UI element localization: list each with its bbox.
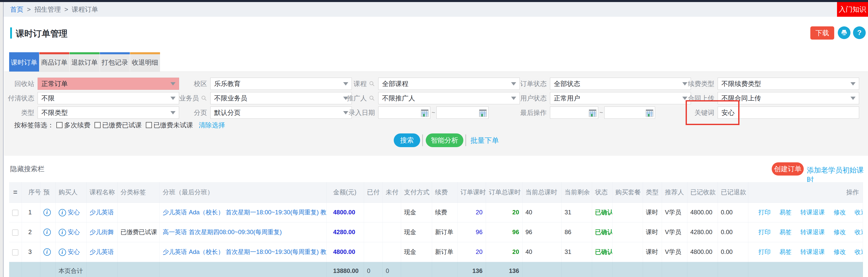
table-row: 3 i i 安心 少儿英语 少儿英语 Ada（校长） 首次星期一18:00~19… [9, 242, 863, 262]
row-tag [117, 202, 159, 222]
row-checkbox[interactable] [12, 210, 18, 216]
entry-date-to-input[interactable] [436, 107, 489, 119]
date-range-tilde: ~ [432, 109, 435, 116]
course-link[interactable]: 少儿英语 [90, 248, 114, 255]
print-link[interactable]: 打印 [758, 209, 771, 216]
search-filter-panel: 回收站 正常订单 校区 乐乐教育 课程 全部课程 订单状态 全部状态 续费类型 [4, 72, 868, 156]
tag-label: 已缴费未试课 [153, 121, 193, 130]
filter-label-renew-type: 续费类型 [688, 79, 714, 88]
col-paid: 已付 [364, 182, 382, 202]
modify-link[interactable]: 修改 [834, 248, 846, 255]
entry-date-from-input[interactable] [378, 107, 430, 119]
transfer-refund-link[interactable]: 转课退课 [800, 229, 825, 235]
add-old-student-link[interactable]: 添加老学员初始课时 [807, 165, 868, 185]
row-current-total: 96 [522, 222, 561, 242]
row-referrer: V学员 [662, 242, 687, 262]
keyword-input[interactable]: 安心 [718, 107, 859, 119]
promoter-select[interactable]: 不限推广人 [378, 92, 520, 104]
renew-type-select[interactable]: 不限续费类型 [718, 78, 859, 90]
calendar-icon [479, 109, 487, 117]
paging-select[interactable]: 默认分页 [210, 107, 352, 119]
smart-analyze-button[interactable]: 智能分析 [426, 133, 463, 147]
contract-select[interactable]: 不限合同上传 [718, 92, 859, 104]
download-button[interactable]: 下载 [810, 26, 834, 40]
chevron-down-icon [343, 82, 348, 85]
salesman-select[interactable]: 不限业务员 [210, 92, 352, 104]
modify-link[interactable]: 修改 [834, 209, 846, 216]
order-status-select[interactable]: 全部状态 [550, 78, 691, 90]
recycle-select[interactable]: 正常订单 [38, 78, 179, 90]
course-link[interactable]: 少儿英语 [90, 209, 114, 216]
sort-icon[interactable]: = [13, 188, 17, 196]
info-icon[interactable]: i [59, 209, 66, 216]
breadcrumb-item-current: 课程订单 [72, 5, 98, 14]
recycle-value: 正常订单 [41, 79, 68, 88]
tag-checkbox-multi-renew[interactable] [56, 122, 62, 128]
chevron-down-icon [850, 82, 856, 85]
course-label-text: 课程 [353, 79, 367, 88]
tag-label: 多次续费 [64, 121, 90, 130]
print-link[interactable]: 打印 [758, 229, 771, 235]
help-button[interactable]: ? [853, 26, 866, 39]
records-link[interactable]: 收退记录 [855, 229, 863, 235]
user-status-select[interactable]: 正常用户 [550, 92, 691, 104]
row-renew: 新订单 [432, 222, 457, 242]
tab-income-refund-detail[interactable]: 收退明细 [130, 52, 160, 72]
records-link[interactable]: 收退记录 [855, 209, 863, 216]
info-icon[interactable]: i [43, 248, 51, 256]
class-link[interactable]: 少儿英语 Ada（校长） 首次星期一18:00~19:30(每周重复) 教室B [163, 209, 327, 216]
class-link[interactable]: 高一英语 首次星期四08:00~09:30(每周重复) [163, 229, 282, 235]
breadcrumb-home-link[interactable]: 首页 [10, 5, 23, 14]
row-checkbox[interactable] [12, 249, 18, 255]
modify-link[interactable]: 修改 [834, 229, 846, 235]
info-icon[interactable]: i [59, 229, 66, 236]
pay-status-value: 不限 [41, 94, 55, 103]
hide-search-bar-link[interactable]: 隐藏搜索栏 [10, 164, 44, 174]
transfer-refund-link[interactable]: 转课退课 [800, 209, 825, 216]
info-icon[interactable]: i [43, 229, 51, 236]
user-status-value: 正常用户 [554, 94, 580, 103]
order-tabs: 课时订单 商品订单 退款订单 打包记录 收退明细 [9, 52, 160, 72]
table-header-row: = 序号 预 购买人 课程名称 分类标签 分班（最后分班） 金额(元) 已付 未… [9, 182, 863, 202]
search-button[interactable]: 搜索 [394, 133, 420, 147]
last-op-to-input[interactable] [604, 107, 655, 119]
pay-status-select[interactable]: 不限 [38, 92, 179, 104]
tab-product-orders[interactable]: 商品订单 [39, 52, 69, 72]
buyer-link[interactable]: 安心 [68, 248, 80, 255]
class-link[interactable]: 少儿英语 Ada（校长） 首次星期一18:00~19:30(每周重复) 教室B [163, 248, 327, 255]
row-checkbox[interactable] [12, 230, 18, 236]
create-order-button[interactable]: 创建订单 [772, 162, 804, 176]
tab-refund-orders[interactable]: 退款订单 [70, 52, 100, 72]
print-link[interactable]: 打印 [758, 248, 771, 255]
print-button[interactable] [838, 26, 850, 39]
info-icon[interactable]: i [59, 249, 66, 256]
esign-link[interactable]: 易签 [779, 209, 792, 216]
records-link[interactable]: 收退记录 [855, 248, 863, 255]
esign-link[interactable]: 易签 [779, 229, 792, 235]
chevron-down-icon [170, 82, 176, 85]
tag-checkbox-paid-untried[interactable] [146, 122, 152, 128]
collapsed-sidebar-edge [0, 2, 4, 277]
row-renew: 续费 [432, 202, 457, 222]
course-link[interactable]: 少儿街舞 [90, 229, 114, 235]
tag-checkbox-paid-tried[interactable] [94, 122, 101, 128]
esign-link[interactable]: 易签 [779, 248, 792, 255]
course-select[interactable]: 全部课程 [378, 78, 520, 90]
intro-knowledge-button[interactable]: 入门知识 [837, 2, 868, 17]
contract-value: 不限合同上传 [721, 94, 761, 103]
col-renew: 续费 [432, 182, 457, 202]
transfer-refund-link[interactable]: 转课退课 [800, 248, 825, 255]
batch-order-link[interactable]: 批量下单 [470, 136, 499, 145]
buyer-link[interactable]: 安心 [68, 229, 80, 235]
campus-select[interactable]: 乐乐教育 [210, 78, 352, 90]
type-select[interactable]: 不限类型 [38, 107, 179, 119]
col-type: 类型 [643, 182, 662, 202]
info-icon[interactable]: i [43, 209, 51, 216]
total-label: 本页合计 [55, 262, 86, 277]
last-op-from-input[interactable] [550, 107, 598, 119]
row-current-total: 40 [522, 202, 561, 222]
clear-selection-link[interactable]: 清除选择 [199, 121, 225, 130]
tab-hour-orders[interactable]: 课时订单 [9, 52, 39, 72]
buyer-link[interactable]: 安心 [68, 209, 80, 216]
tab-package-records[interactable]: 打包记录 [100, 52, 130, 72]
